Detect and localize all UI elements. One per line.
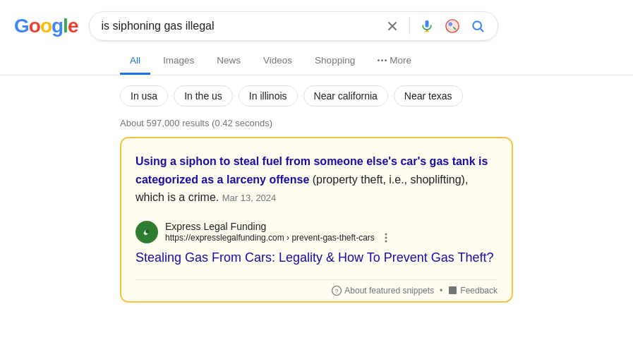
svg-point-7 <box>385 233 387 235</box>
snippet-source: Express Legal Funding https://expressleg… <box>135 211 498 250</box>
search-button[interactable] <box>469 18 486 35</box>
nav-tabs: All Images News Videos Shopping More <box>0 48 633 75</box>
search-bar <box>89 11 498 41</box>
tab-all[interactable]: All <box>120 48 150 75</box>
clear-button[interactable] <box>384 18 401 35</box>
featured-snippet: Using a siphon to steal fuel from someon… <box>120 137 513 303</box>
lens-search-button[interactable] <box>444 18 461 35</box>
tab-news[interactable]: News <box>207 48 251 75</box>
svg-point-9 <box>385 240 387 242</box>
snippet-date: Mar 13, 2024 <box>222 193 277 203</box>
kebab-icon <box>380 232 392 243</box>
chip-in-the-us[interactable]: In the us <box>174 85 233 107</box>
chip-in-usa[interactable]: In usa <box>120 85 168 107</box>
svg-rect-12 <box>449 286 457 294</box>
source-favicon <box>135 221 158 243</box>
filter-chips: In usa In the us In illinois Near califo… <box>0 75 633 116</box>
voice-search-button[interactable] <box>418 18 435 35</box>
svg-point-6 <box>145 229 150 233</box>
google-logo: Google <box>14 15 78 37</box>
tab-more[interactable]: More <box>368 48 421 75</box>
feedback-button[interactable]: Feedback <box>448 286 498 296</box>
source-url-row: https://expresslegalfunding.com › preven… <box>165 232 394 243</box>
results-count: About 597,000 results (0.42 seconds) <box>0 116 633 137</box>
snippet-link[interactable]: Stealing Gas From Cars: Legality & How T… <box>135 250 498 277</box>
question-circle-icon: ? <box>332 286 342 296</box>
tab-shopping[interactable]: Shopping <box>305 48 365 75</box>
tab-images[interactable]: Images <box>153 48 204 75</box>
close-icon <box>385 19 399 33</box>
header: Google <box>0 0 633 48</box>
source-url-text: https://expresslegalfunding.com › preven… <box>165 233 375 243</box>
search-icon <box>471 19 485 33</box>
footer-separator: • <box>440 286 442 296</box>
microphone-icon <box>420 19 434 33</box>
svg-point-3 <box>449 23 453 27</box>
svg-rect-0 <box>426 20 429 28</box>
svg-text:?: ? <box>335 288 339 295</box>
chip-near-california[interactable]: Near california <box>303 85 388 107</box>
chip-near-texas[interactable]: Near texas <box>394 85 463 107</box>
snippet-text: Using a siphon to steal fuel from someon… <box>135 152 498 207</box>
feedback-icon <box>448 286 457 295</box>
search-input[interactable] <box>101 20 377 32</box>
source-name: Express Legal Funding <box>165 221 394 232</box>
source-info: Express Legal Funding https://expressleg… <box>165 221 394 243</box>
svg-point-8 <box>385 236 387 238</box>
source-options-button[interactable] <box>378 232 394 243</box>
snippet-footer: ? About featured snippets • Feedback <box>135 279 498 301</box>
search-icon-group <box>384 18 486 35</box>
source-logo-icon <box>139 224 155 240</box>
tab-videos[interactable]: Videos <box>253 48 302 75</box>
chip-in-illinois[interactable]: In illinois <box>239 85 298 107</box>
lens-icon <box>445 18 460 34</box>
about-featured-snippets: ? About featured snippets <box>332 286 434 296</box>
